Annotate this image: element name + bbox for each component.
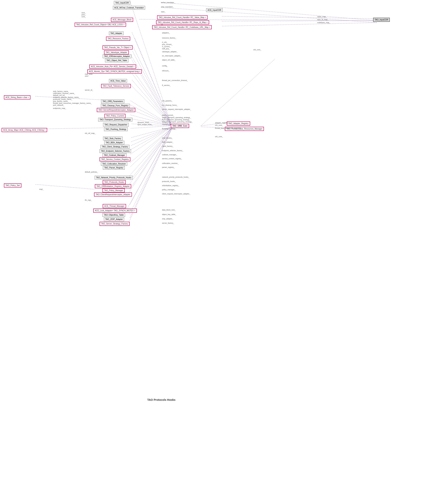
node-label: TAO_Policy_Current: [106, 115, 124, 117]
edge-label-flush-transport: flush_transport_queueing_strategy_: [162, 119, 190, 121]
node-tao-request-dispatcher: TAO_Request_Dispatcher: [103, 123, 129, 126]
node-tao-network-priority-protocols-hooks: TAO_Network_Priority_Protocols_Hooks: [95, 176, 133, 180]
edge-label-protocols-hooks-name: protocols_hooks_name_: [53, 98, 72, 100]
node-label: ACE_Lock_Adapter< TAO_SYNCH_MUTEX >: [95, 209, 135, 212]
edge-label-stub-factory-name: stub_factory_name_: [53, 90, 69, 92]
node-tao-client-strategy-factory: TAO_Client_Strategy_Factory: [101, 145, 130, 149]
node-tao-valuetype-adapter: TAO_Valuetype_Adapter: [104, 50, 129, 54]
edge-label-server-id: server_id_: [85, 89, 93, 91]
node-label: TAO_Request_Dispatcher: [104, 124, 127, 126]
node-label: TAO_ORBInitializer_Registry_Adapter: [96, 185, 130, 187]
node-tao-policy-manager: TAO_Policy_Manager: [103, 188, 125, 192]
node-ace-thread-manager: ACE_Thread_Manager: [103, 204, 126, 208]
node-tao-endpoint-selector-factory: TAO_Endpoint_Selector_Factory: [100, 149, 131, 153]
node-ace-message-block: ACE_Message_Block: [111, 18, 133, 22]
node-label: TAO_Protocols_Hooks: [104, 181, 124, 183]
edge-label-eager-transport: eager_transport_queueing_strategy_: [162, 117, 191, 118]
node-label: TAO_IORInterceptor_Adapter: [104, 55, 130, 57]
node-tao-objectkey-table: TAO::ObjectKey_Table: [103, 213, 125, 217]
edge-label-char-translator: char_translator_: [161, 6, 174, 8]
edge-label-config: config_: [162, 65, 168, 67]
edge-label-sync-scope-hook: sync_scope_hook_: [138, 124, 153, 126]
node-label: TAO::Transport_Queueing_Strategy: [100, 118, 131, 121]
edge-label-object-ref-table: object_ref_table_: [162, 59, 176, 61]
node-label: TAO_ORB_Core: [173, 125, 188, 127]
edge-label-endpoints-map: endpoints_map_: [53, 107, 66, 109]
node-tao-fault-tolerance-service: TAO_Fault_Tolerance_Service: [101, 84, 131, 88]
node-tao-client-request-interceptor-adapter: TAO::ClientRequestInterceptor_Adapter: [94, 192, 132, 197]
edge-label-prev: prev_: [81, 14, 86, 16]
node-tao-adapter-registry: TAO_Adapter_Registry: [227, 121, 250, 126]
edge-label-init-ref-map: init_ref_map_: [85, 132, 96, 134]
edge-label-default-init-ref: default_init_ref_: [53, 94, 66, 96]
svg-line-44: [42, 128, 105, 129]
node-label: TAO_Intrusive_Ref_Count_Handle< RC_Repo_…: [158, 21, 207, 23]
edge-label-rt-orb: rt_orb_: [162, 41, 168, 43]
svg-line-46: [201, 59, 275, 126]
edge-label-rioff-poa: rioff_poa_: [162, 48, 170, 50]
node-tao-intrusive-ref-count-object: TAO_Intrusive_Ref_Count_Object< OBJ, ACE…: [75, 23, 126, 27]
edge-label-orbinitiailzer-registry: orbinitiailzer_registry_: [162, 185, 179, 187]
svg-line-45: [35, 184, 95, 189]
node-tao-policy-set: TAO_Policy_Set: [4, 183, 21, 188]
edge-label-server-factory: server_factory_: [162, 222, 174, 224]
node-tao-ziop-adapter: TAO_ZIOP_Adapter: [104, 217, 124, 221]
node-label: ACE_Thread_Manager: [104, 205, 124, 207]
node-ace-inputcdr-label: ACE_InputCDR: [206, 8, 223, 12]
edge-label-stub-factory: stub_factory_: [162, 137, 173, 139]
edge-label-ior-interceptor-adapter: ior_interceptor_adapter_: [162, 55, 181, 57]
edge-label-start: start_: [161, 11, 165, 13]
edge-label-flushing-strategy: flushing_strategy_: [162, 128, 176, 130]
node-ace-atomic-op-tao-synch-mutex-unsigned-long: ACE_Atomic_Op< TAO_SYNCH_MUTEX, unsigned…: [87, 69, 142, 73]
node-label: TAO_ORB_Parameters: [103, 100, 123, 102]
node-label: TAO_Policy_Manager: [104, 189, 123, 191]
node-label: TAO_Fault_Tolerance_Service: [103, 85, 129, 87]
node-tao-server-strategy-factory: TAO_Server_Strategy_Factory: [100, 222, 130, 226]
node-label: ACE_Intrusive_Auto_Ptr< ACE_Service_Gest…: [91, 65, 135, 68]
node-label: TAO_Policy_Set: [6, 184, 20, 187]
node-label: TAO_Stub_Factory: [104, 137, 121, 140]
node-label: TAO_Adapter: [110, 32, 122, 34]
edge-label-collocation-resolver: collocation_resolver_: [162, 162, 179, 164]
node-tao-orb-core: TAO_ORB_Core: [171, 124, 189, 128]
edge-label-orb-core-right: orb_core_: [253, 49, 261, 51]
node-tao-flushing-strategy: TAO_Flushing_Strategy: [104, 127, 128, 131]
edge-label-policy-current: policy_current_: [162, 114, 174, 116]
node-tao-codeset-manager: TAO_Codeset_Manager: [103, 153, 126, 157]
edge-label-poa-factory-name: poa_factory_name_: [53, 100, 69, 102]
edge-label-thr-mgr: thr_mgr_: [85, 199, 92, 201]
edge-label-thread-per-connection-timeout: thread_per_connection_timeout_: [162, 79, 188, 81]
edge-label-impl: impl_: [39, 188, 43, 190]
edge-label-ziop-adapter: ziop_adapter_: [162, 218, 173, 220]
tao-protocols-hooks-annotation: TAO Protocols Hooks: [147, 398, 176, 401]
node-label: TAO::ObjectKey_Table: [104, 214, 124, 216]
edge-label-pref-network: pref_network_: [53, 104, 64, 106]
node-ace-lock-adapter-tao-synch-mutex: ACE_Lock_Adapter< TAO_SYNCH_MUTEX >: [93, 208, 137, 213]
node-label: TAO_Intrusive_Ref_Count_Object< OBJ, ACE…: [76, 24, 124, 26]
edge-label-wchar-translator: wchar_translator_: [161, 1, 175, 4]
edge-label-protocols-hooks: protocols_hooks_: [162, 180, 176, 182]
node-tao-policy-current: TAO_Policy_Current: [104, 114, 125, 118]
node-tao-intrusive-rc-repo-id-map: TAO_Intrusive_Ref_Count_Handle< RC_Repo_…: [156, 20, 209, 24]
node-tao-collocation-resolver: TAO_Collocation_Resolver: [101, 162, 127, 166]
node-tao-bidir-adapter: TAO_BiDir_Adapter: [104, 141, 124, 144]
node-label: ACE_Message_Block: [112, 19, 131, 21]
node-label: ACE_Array_Map< ACE_CString, ACE_CString …: [3, 129, 45, 131]
diagram-container: TAO_InputCDR ACE_WChar_Codeset_Translato…: [0, 0, 432, 504]
node-tao-intrusive-rc-value-map: TAO_Intrusive_Ref_Count_Handle< RC_Value…: [157, 15, 207, 19]
svg-line-33: [129, 128, 172, 177]
node-tao-transport-queueing-strategy: TAO::Transport_Queueing_Strategy: [98, 118, 132, 121]
node-ace-string-basic-char: ACE_String_Basic< char >: [4, 95, 30, 99]
edge-label-thread-lane-resources-manager: thread_lane_resources_manager_: [215, 127, 242, 129]
node-label: TAO_Client_Strategy_Factory: [102, 146, 128, 148]
edge-label-dynamic-hook: dynamic_hook_: [138, 121, 150, 123]
edge-label-endpoint-selector-factory: endpoint_selector_factory_: [162, 150, 183, 152]
node-label: TAO_Network_Priority_Protocols_Hooks: [96, 177, 131, 179]
node-label: TAO_Server_Strategy_Factory: [101, 223, 128, 225]
node-label: TAO_Intrusive_Ref_Count_Handle< RC_Codeb…: [154, 26, 210, 28]
edge-label-orb-core-adapter: orb_core_: [215, 124, 223, 126]
edge-label-rt-current: rt_current_: [162, 45, 171, 48]
edge-label-refcount: refcount_: [162, 70, 169, 72]
node-tao-iorinterceptor-adapter: TAO_IORInterceptor_Adapter: [103, 54, 131, 58]
node-ace-time-value: ACE_Time_Value: [109, 79, 127, 83]
